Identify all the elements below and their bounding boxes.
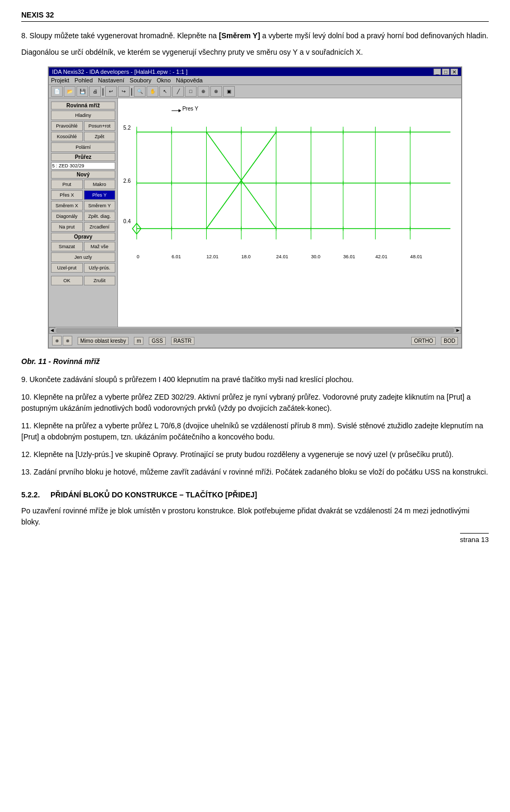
toolbar-undo[interactable]: ↩ (105, 86, 117, 97)
scroll-right-btn[interactable]: ▶ (455, 327, 461, 334)
svg-text:48.01: 48.01 (410, 254, 422, 259)
toolbar-extra2[interactable]: ⊗ (210, 86, 222, 97)
panel-btn-zrusit[interactable]: Zrušit (84, 276, 116, 285)
cad-hscroll[interactable]: ◀ ▶ (49, 327, 461, 333)
status-icon-2[interactable]: ⊗ (63, 336, 72, 345)
status-icon-1[interactable]: ⊕ (52, 336, 62, 345)
panel-btn-polarni[interactable]: Polární (51, 142, 115, 152)
panel-row-presx: Přes X Přes Y (51, 190, 115, 200)
svg-text:0: 0 (137, 254, 139, 259)
panel-btn-kosouhle[interactable]: Kosoúhlé (51, 132, 83, 141)
toolbar-select[interactable]: ↖ (159, 86, 171, 97)
scroll-left-btn[interactable]: ◀ (49, 327, 55, 334)
cad-menubar: Projekt Pohled Nastavení Soubory Okno Ná… (49, 76, 461, 85)
panel-group-rovinnamriz: Rovinná mříž (51, 102, 115, 109)
cad-window: IDA Nexis32 - IDA developers - [HalaH1.e… (48, 66, 462, 349)
toolbar-pan[interactable]: ✋ (147, 86, 158, 97)
panel-row-kosouhle: Kosoúhlé Zpět (51, 132, 115, 141)
panel-row-naprut: Na prut Zrcadlení (51, 222, 115, 232)
menu-soubory[interactable]: Soubory (130, 77, 151, 83)
menu-okno[interactable]: Okno (157, 77, 171, 83)
section-num: 5.2.2. (21, 490, 40, 499)
cad-statusbar: ⊕ ⊗ Mimo oblast kresby m GSS RASTR ORTHO… (49, 333, 461, 348)
item-9: 9. Ukončete zadávání sloupů s průřezem I… (21, 374, 489, 385)
svg-text:24.01: 24.01 (276, 254, 288, 259)
section-heading: 5.2.2. PŘIDÁNÍ BLOKŮ DO KONSTRUKCE – TLA… (21, 490, 489, 499)
toolbar-redo[interactable]: ↪ (118, 86, 130, 97)
panel-row-smazat: Smazat Maž vše (51, 242, 115, 251)
toolbar-new[interactable]: 📄 (51, 86, 63, 97)
panel-btn-presx[interactable]: Přes X (51, 190, 83, 200)
panel-btn-ok[interactable]: OK (51, 276, 83, 285)
statusbar-icons: ⊕ ⊗ (52, 336, 72, 345)
panel-btn-smeremx[interactable]: Směrem X (51, 201, 83, 210)
panel-btn-uzlyprus[interactable]: Uzly-prús. (84, 263, 116, 273)
panel-btn-zpet1[interactable]: Zpět (84, 132, 116, 141)
svg-rect-0 (118, 100, 461, 325)
panel-btn-hladiny[interactable]: Hladiny (51, 111, 115, 120)
item-13: 13. Zadání prvního bloku je hotové, může… (21, 467, 489, 478)
cad-titlebar: IDA Nexis32 - IDA developers - [HalaH1.e… (49, 67, 461, 76)
panel-btn-jenuzly[interactable]: Jen uzly (51, 252, 115, 262)
toolbar-open[interactable]: 📂 (64, 86, 75, 97)
panel-btn-presy[interactable]: Přes Y (84, 190, 116, 200)
scroll-track-h[interactable] (56, 328, 454, 333)
status-text-gss: GSS (149, 337, 165, 345)
panel-dropdown-prurez[interactable]: 5 : ZED 302/29 (51, 162, 115, 170)
panel-group-opravy: Opravy (51, 233, 115, 241)
panel-btn-pravouhle[interactable]: Pravoúhlé (51, 121, 83, 131)
menu-nastaveni[interactable]: Nastavení (98, 77, 125, 83)
toolbar-save[interactable]: 💾 (76, 86, 88, 97)
page-header: NEXIS 32 (21, 11, 489, 22)
minimize-button[interactable]: _ (434, 69, 441, 75)
toolbar-zoom[interactable]: 🔍 (134, 86, 146, 97)
item-13-num: 13. (21, 468, 33, 476)
panel-row-prut: Prut Makro (51, 180, 115, 189)
status-text-rastr: RASTR (171, 337, 194, 345)
panel-btn-zrcadleni[interactable]: Zrcadlení (84, 222, 116, 232)
figure-caption: Obr. 11 - Rovinná mříž (21, 357, 489, 366)
panel-btn-prut[interactable]: Prut (51, 180, 83, 189)
item-12: 12. Klepněte na [Uzly-prús.] ve skupině … (21, 449, 489, 460)
svg-text:36.01: 36.01 (343, 254, 355, 259)
panel-btn-naprut[interactable]: Na prut (51, 222, 83, 232)
item-10-num: 10. (21, 393, 33, 401)
menu-pohled[interactable]: Pohled (74, 77, 92, 83)
panel-row-ok: OK Zrušit (51, 276, 115, 285)
menu-napoveda[interactable]: Nápověda (176, 77, 202, 83)
item-11-text-mid: a obdobným postupem, tzn. ukázáním počát… (39, 433, 275, 441)
item-12-num: 12. (21, 450, 33, 459)
panel-btn-uzelprut[interactable]: Uzel-prut (51, 263, 83, 273)
svg-text:12.01: 12.01 (207, 254, 219, 259)
panel-btn-posunrot[interactable]: Posun+rot (84, 121, 116, 131)
panel-btn-smeremy[interactable]: Směrem Y (84, 201, 116, 210)
p8-rest-text: a vyberte myší levý dolní bod a pravý ho… (260, 31, 489, 40)
panel-group-novy: Nový (51, 171, 115, 179)
toolbar-line[interactable]: ╱ (172, 86, 184, 97)
toolbar-print[interactable]: 🖨 (89, 86, 101, 97)
menu-projekt[interactable]: Projekt (51, 77, 69, 83)
item-11-num: 11. (21, 421, 33, 430)
svg-text:Pres Y: Pres Y (182, 106, 198, 112)
cad-left-panel: Rovinná mříž Hladiny Pravoúhlé Posun+rot… (49, 98, 118, 327)
cad-canvas[interactable]: 5.2 2.6 0.4 0 6.01 12.01 18.0 24.01 30.0… (118, 98, 461, 327)
panel-btn-diagonaly[interactable]: Diagonály (51, 212, 83, 221)
cad-toolbar: 📄 📂 💾 🖨 | ↩ ↪ | 🔍 ✋ ↖ ╱ □ ⊕ ⊗ ▣ (49, 85, 461, 98)
status-text-bod: BOD (441, 337, 458, 345)
panel-hladiny-row: Hladiny (51, 111, 115, 120)
panel-btn-mazvse[interactable]: Maž vše (84, 242, 116, 251)
svg-text:6.01: 6.01 (172, 254, 181, 259)
toolbar-rect[interactable]: □ (185, 86, 197, 97)
toolbar-sep2: | (131, 87, 133, 96)
status-text-unit: m (134, 337, 143, 345)
maximize-button[interactable]: □ (442, 69, 449, 75)
toolbar-extra3[interactable]: ▣ (223, 86, 235, 97)
svg-text:0.4: 0.4 (123, 218, 131, 224)
panel-btn-zpetdiag[interactable]: Zpět. diag. (84, 212, 116, 221)
toolbar-extra1[interactable]: ⊕ (198, 86, 209, 97)
panel-btn-makro[interactable]: Makro (84, 180, 116, 189)
close-button[interactable]: ✕ (450, 69, 458, 75)
panel-btn-smazat[interactable]: Smazat (51, 242, 83, 251)
panel-row-smeremx: Směrem X Směrem Y (51, 201, 115, 210)
status-text-ortho: ORTHO (411, 337, 436, 345)
